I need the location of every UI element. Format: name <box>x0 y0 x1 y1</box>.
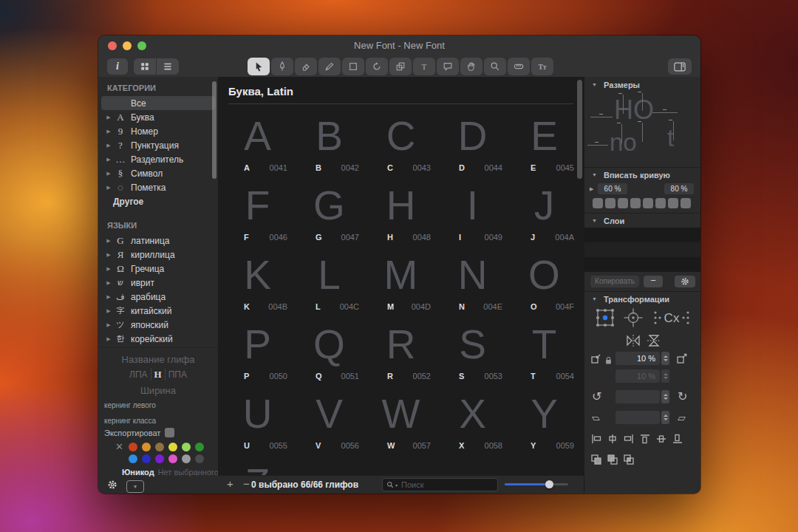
layers-section-header[interactable]: ▼ Слои <box>584 214 700 227</box>
primitives-tool-button[interactable] <box>342 58 364 75</box>
sidebar-item-letter[interactable]: ▶AБуква <box>101 110 215 124</box>
slant-field[interactable] <box>615 411 660 424</box>
scale-y-field[interactable]: 10 % <box>615 369 660 383</box>
sidebar-item-all[interactable]: Все <box>101 96 215 110</box>
glyph-cell-M[interactable]: MM004D <box>365 248 437 318</box>
color-swatch[interactable] <box>129 454 137 463</box>
disclosure-triangle-icon[interactable]: ▶ <box>104 115 113 120</box>
rotate-cw-button[interactable]: ↻ <box>678 390 687 403</box>
sidebar-item-arabic[interactable]: ▶فарабица <box>101 290 215 304</box>
layers-list[interactable] <box>584 228 700 272</box>
sidebar-item-hebrew[interactable]: ▶שиврит <box>101 276 215 290</box>
glyph-cell-Z[interactable]: Z <box>222 457 293 476</box>
glyph-cell-X[interactable]: XX0058 <box>437 387 508 457</box>
disclosure-triangle-icon[interactable]: ▶ <box>104 252 113 258</box>
fit-curve-step[interactable] <box>643 198 653 208</box>
instructor-tool-button[interactable]: Тт <box>531 58 553 75</box>
glyph-cell-I[interactable]: II0049 <box>437 179 508 248</box>
sidebar-item-chinese[interactable]: ▶字китайский <box>101 304 215 318</box>
glyph-cell-W[interactable]: WW0057 <box>365 387 437 457</box>
color-swatch[interactable] <box>142 454 151 463</box>
scale-tool-button[interactable] <box>389 58 412 75</box>
dimensions-section-header[interactable]: ▼ Размеры <box>584 78 700 91</box>
add-glyph-button[interactable]: + <box>227 477 233 490</box>
boolean-subtract-button[interactable] <box>607 454 618 468</box>
transform-origin-button[interactable] <box>595 307 615 331</box>
disclosure-triangle-icon[interactable]: ▶ <box>104 336 113 342</box>
list-view-button[interactable] <box>157 58 179 75</box>
fit-curve-max-field[interactable]: 80 % <box>664 183 694 194</box>
sidebar-item-cyrillic[interactable]: ▶Якириллица <box>101 248 215 262</box>
zoom-tool-button[interactable] <box>484 58 506 75</box>
glyph-cell-E[interactable]: EE0045 <box>508 109 580 179</box>
disclosure-triangle-icon[interactable]: ▶ <box>104 157 113 163</box>
color-swatch[interactable] <box>168 454 177 463</box>
flip-horizontal-button[interactable] <box>626 334 641 350</box>
preview-dropdown-button[interactable]: ▼ <box>126 480 144 493</box>
color-swatch[interactable] <box>155 443 164 451</box>
scale-y-stepper[interactable] <box>661 369 669 383</box>
width-field[interactable]: Ширина <box>98 385 218 396</box>
clear-color-button[interactable]: ✕ <box>115 441 124 452</box>
glyph-cell-N[interactable]: NN004E <box>437 248 508 318</box>
align-left-button[interactable] <box>590 433 602 448</box>
measure-tool-button[interactable] <box>508 58 530 75</box>
fit-curve-section-header[interactable]: ▼ Вписать кривую <box>584 168 700 181</box>
glyph-cell-V[interactable]: VV0056 <box>293 387 365 457</box>
hand-tool-button[interactable] <box>460 58 482 75</box>
glyph-cell-J[interactable]: JJ004A <box>508 179 580 248</box>
remove-layer-button[interactable]: − <box>644 276 663 287</box>
sidebar-item-separator[interactable]: ▶…Разделитель <box>101 152 215 166</box>
annotation-tool-button[interactable] <box>437 58 459 75</box>
glyph-cell-R[interactable]: RR0052 <box>365 318 437 387</box>
color-swatch[interactable] <box>195 443 204 451</box>
glyph-cell-G[interactable]: GG0047 <box>293 179 365 248</box>
zoom-slider-knob[interactable] <box>545 480 553 488</box>
slant-stepper[interactable] <box>661 411 669 424</box>
fit-curve-step[interactable] <box>655 198 666 208</box>
text-tool-button[interactable]: T <box>413 58 435 75</box>
align-right-button[interactable] <box>623 433 635 448</box>
sidebar-item-number[interactable]: ▶9Номер <box>101 124 215 138</box>
copy-layer-button[interactable]: Копировать <box>590 276 639 287</box>
rotate-stepper[interactable] <box>661 390 669 403</box>
fit-curve-step[interactable] <box>593 198 603 208</box>
align-center-horizontal-button[interactable] <box>607 433 618 448</box>
glyph-cell-C[interactable]: CC0043 <box>365 109 437 179</box>
disclosure-triangle-icon[interactable]: ▶ <box>104 280 113 286</box>
boolean-union-button[interactable] <box>590 454 602 468</box>
glyph-cell-U[interactable]: UU0055 <box>222 387 293 457</box>
select-tool-button[interactable] <box>248 58 270 75</box>
scale-up-button[interactable] <box>676 352 688 367</box>
sidebar-item-other[interactable]: Другое <box>101 194 215 208</box>
sidebar-item-mark[interactable]: ▶◌Пометка <box>101 180 215 194</box>
color-swatch[interactable] <box>129 443 137 451</box>
sidebar-scrollbar[interactable] <box>212 81 216 179</box>
font-info-button[interactable]: i <box>107 58 128 75</box>
transform-reference-button[interactable] <box>623 307 644 331</box>
lsb-label[interactable]: ЛПА <box>129 369 148 380</box>
disclosure-triangle-icon[interactable]: ▶ <box>104 185 113 191</box>
glyph-cell-L[interactable]: LL004C <box>293 248 365 318</box>
glyph-name-field[interactable]: Название глифа <box>98 354 218 365</box>
scale-x-stepper[interactable] <box>661 352 669 365</box>
glyph-cell-B[interactable]: BB0042 <box>293 109 365 179</box>
disclosure-triangle-icon[interactable]: ▶ <box>104 266 113 272</box>
draw-tool-button[interactable] <box>271 58 293 75</box>
color-swatch[interactable] <box>155 454 164 463</box>
rotate-ccw-button[interactable]: ↺ <box>592 390 601 403</box>
glyph-cell-Y[interactable]: YY0059 <box>508 387 580 457</box>
kerning-left-label[interactable]: кернинг левого <box>104 401 156 409</box>
grid-view-button[interactable] <box>134 58 156 75</box>
color-swatch[interactable] <box>182 454 191 463</box>
rsb-label[interactable]: ППА <box>168 369 187 380</box>
kerning-class-label[interactable]: кернинг класса <box>104 417 156 425</box>
disclosure-triangle-icon[interactable]: ▶ <box>104 143 113 149</box>
sidebar-item-punctuation[interactable]: ▶?Пунктуация <box>101 138 215 152</box>
rotate-tool-button[interactable] <box>366 58 388 75</box>
color-swatch[interactable] <box>168 443 177 451</box>
flip-vertical-button[interactable] <box>647 334 661 350</box>
disclosure-triangle-icon[interactable]: ▶ <box>104 322 113 328</box>
layers-gear-button[interactable] <box>675 276 695 287</box>
sidebar-item-japanese[interactable]: ▶ツяпонский <box>101 318 215 332</box>
